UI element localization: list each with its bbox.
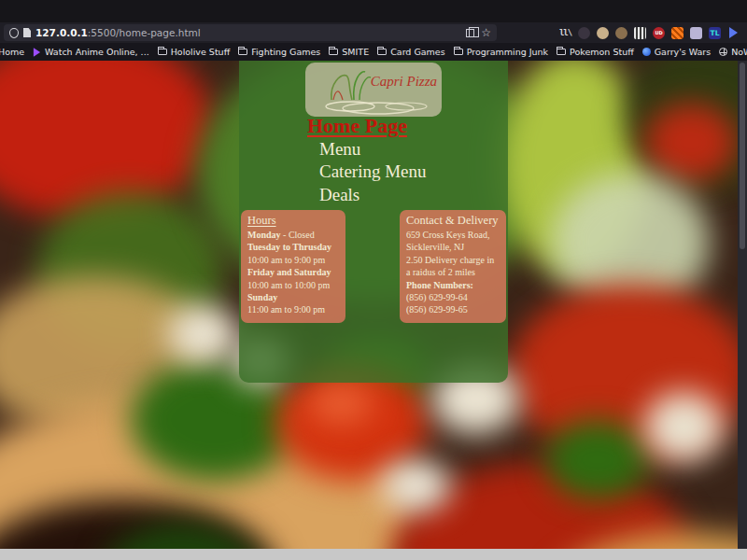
- library-icon[interactable]: ll\: [559, 27, 571, 39]
- hours-sunday-hours: 11:00 am to 9:00 pm: [247, 303, 339, 315]
- folder-icon: [329, 49, 338, 55]
- hours-sunday-label: Sunday: [247, 291, 339, 303]
- contact-title: Contact & Delivery: [406, 214, 500, 228]
- blue-globe-favicon: [642, 48, 651, 56]
- bookmark-folder-pokemon-stuff[interactable]: Pokemon Stuff: [557, 47, 634, 57]
- globe-icon: [719, 48, 727, 56]
- bookmarks-bar: Home Watch Anime Online, ... Hololive St…: [0, 43, 747, 61]
- nav-home-page-link[interactable]: Home Page: [307, 114, 407, 137]
- bookmark-home[interactable]: Home: [0, 47, 24, 57]
- url-host: 127.0.0.1: [35, 27, 88, 38]
- extension-orange-stripes-icon[interactable]: [671, 27, 684, 39]
- bookmark-folder-fighting-games[interactable]: Fighting Games: [238, 47, 320, 57]
- contact-address-line1: 659 Cross Keys Road,: [406, 229, 500, 241]
- hours-tue-thu-label: Tuesday to Thrusday: [247, 241, 339, 253]
- hours-monday-row: Monday - Closed: [247, 229, 339, 241]
- extension-tl-icon[interactable]: TL: [709, 27, 721, 39]
- extension-avatar-brown-icon[interactable]: [615, 27, 627, 39]
- bookmark-watch-anime[interactable]: Watch Anime Online, ...: [33, 47, 149, 58]
- extension-face-icon[interactable]: [690, 27, 702, 39]
- page-scrollbar[interactable]: [738, 61, 747, 549]
- folder-icon: [158, 49, 167, 55]
- browser-titlebar: [0, 0, 747, 22]
- page-viewport: Capri Pizza Home Page Menu Catering Menu…: [0, 61, 747, 549]
- hours-fri-sat-label: Friday and Saturday: [247, 266, 339, 278]
- content-panel: Capri Pizza Home Page Menu Catering Menu…: [239, 61, 508, 383]
- bookmark-star-icon[interactable]: ☆: [481, 27, 491, 38]
- logo-island-sketch-icon: [305, 63, 442, 117]
- nav-deals-link[interactable]: Deals: [319, 185, 359, 204]
- bookmark-nowayu[interactable]: NoWaYu: [719, 47, 747, 57]
- url-text[interactable]: 127.0.0.1:5500/home-page.html: [35, 27, 461, 38]
- extension-toolbar: ll\ UD TL: [559, 27, 743, 39]
- folder-icon: [377, 49, 387, 55]
- page-info-icon[interactable]: [23, 28, 31, 37]
- folder-icon: [238, 49, 247, 55]
- play-icon: [34, 48, 40, 57]
- folder-icon: [454, 49, 463, 55]
- extension-play-icon[interactable]: [727, 27, 740, 39]
- contact-phone-label: Phone Numbers:: [406, 279, 500, 291]
- contact-delivery-charge: 2.50 Delivery charge in a raidus of 2 mi…: [406, 254, 500, 279]
- browser-navbar: 127.0.0.1:5500/home-page.html ☆ ll\ UD T…: [0, 22, 747, 43]
- main-navigation: Home Page Menu Catering Menu Deals: [319, 115, 427, 206]
- hours-fri-sat-hours: 10:00 am to 10:00 pm: [247, 279, 339, 291]
- nav-catering-menu-link[interactable]: Catering Menu: [319, 161, 427, 181]
- hours-title: Hours: [247, 214, 339, 228]
- logo-text: Capri Pizza: [371, 74, 437, 90]
- browser-window: 127.0.0.1:5500/home-page.html ☆ ll\ UD T…: [0, 0, 747, 560]
- extension-grid-icon[interactable]: [634, 27, 646, 39]
- contact-address-line2: Sicklerville, NJ: [406, 241, 500, 253]
- bookmark-folder-card-games[interactable]: Card Games: [377, 47, 444, 57]
- bottom-border-strip: [0, 549, 747, 560]
- bookmark-folder-smite[interactable]: SMITE: [329, 47, 369, 57]
- scrollbar-thumb[interactable]: [740, 63, 745, 249]
- contact-delivery-box: Contact & Delivery 659 Cross Keys Road, …: [400, 210, 506, 323]
- folder-icon: [557, 49, 566, 55]
- capri-pizza-logo: Capri Pizza: [305, 63, 442, 117]
- hours-box: Hours Monday - Closed Tuesday to Thrusda…: [241, 210, 345, 323]
- hours-tue-thu-hours: 10:00 am to 9:00 pm: [247, 254, 339, 266]
- nav-menu-link[interactable]: Menu: [319, 139, 360, 159]
- url-bar[interactable]: 127.0.0.1:5500/home-page.html ☆: [4, 24, 497, 41]
- url-path: :5500/home-page.html: [88, 27, 201, 38]
- extension-avatar-dark-icon[interactable]: [578, 27, 590, 39]
- contact-phone-1: (856) 629-99-64: [406, 291, 500, 303]
- urban-dictionary-icon[interactable]: UD: [653, 27, 665, 39]
- bookmark-folder-hololive[interactable]: Hololive Stuff: [158, 47, 231, 57]
- bookmark-folder-programming-junk[interactable]: Programming Junk: [454, 47, 548, 57]
- extension-avatar-cat-icon[interactable]: [597, 27, 609, 39]
- contact-phone-2: (856) 629-99-65: [406, 303, 500, 315]
- copy-pages-icon[interactable]: [466, 29, 474, 37]
- bookmark-garrys-wars[interactable]: Garry's Wars: [642, 47, 712, 57]
- tracking-protection-shield-icon[interactable]: [9, 28, 19, 38]
